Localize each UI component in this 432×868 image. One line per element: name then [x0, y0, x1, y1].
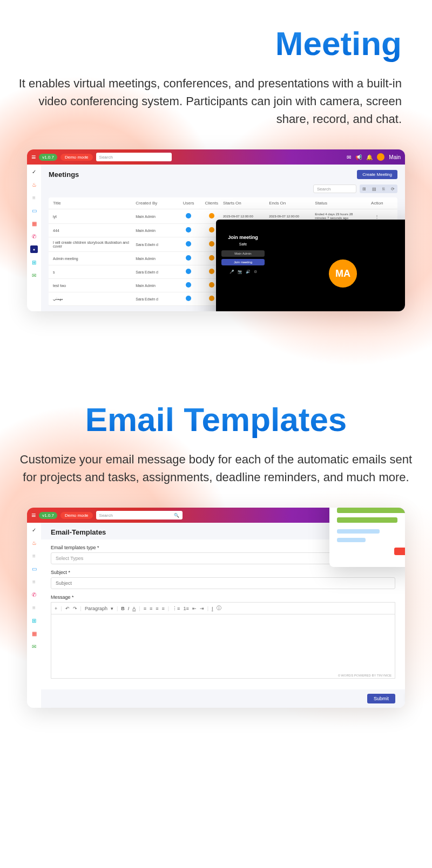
- sidebar: ✓ ♨ ≡ ▭ ▦ ✆ ▪ ⊞ ✉: [27, 165, 41, 311]
- settings-icon[interactable]: ⚙: [254, 270, 257, 274]
- speaker-icon[interactable]: 🔊: [246, 270, 251, 274]
- meeting-desc: It enables virtual meetings, conferences…: [0, 63, 432, 128]
- tb-bold-icon[interactable]: B: [121, 606, 125, 611]
- cell-ends: 2023-09-07 12:00:00: [269, 215, 315, 218]
- tb-undo-icon[interactable]: ↶: [65, 606, 70, 611]
- cell-created: Main Admin: [136, 284, 177, 288]
- version-badge: v1.0.7: [39, 154, 57, 161]
- sidebar-check-icon[interactable]: ✓: [30, 526, 38, 534]
- join-sub: Safe: [221, 242, 265, 246]
- app-header: ≡ v1.0.7 Demo mode Search ✉ 📢 🔔 Main: [27, 149, 405, 165]
- cell-created: Main Admin: [136, 257, 177, 261]
- editor-body[interactable]: 0 WORDS POWERED BY TINYMCE: [51, 614, 395, 679]
- tb-indent-icon[interactable]: ⇥: [200, 606, 204, 611]
- tb-redo-icon[interactable]: ↷: [73, 606, 77, 611]
- tb-help-icon[interactable]: ⓘ: [217, 605, 221, 612]
- preview-line: [337, 508, 405, 513]
- tb-plus-icon[interactable]: +: [55, 606, 57, 611]
- search-input[interactable]: Search: [96, 153, 172, 161]
- name-input[interactable]: Main Admin: [221, 250, 265, 257]
- cell-created: Main Admin: [136, 215, 177, 218]
- cell-title: 444: [53, 229, 136, 233]
- announce-icon[interactable]: 📢: [355, 154, 362, 160]
- sidebar-msg-icon[interactable]: ✉: [30, 643, 38, 650]
- tb-align-center-icon[interactable]: ≡: [150, 606, 152, 611]
- preview-button: [394, 548, 405, 555]
- tb-align-justify-icon[interactable]: ≡: [162, 606, 165, 611]
- sidebar-doc-icon[interactable]: ▭: [30, 565, 38, 572]
- table-search-input[interactable]: Search: [313, 184, 356, 193]
- bell-icon[interactable]: 🔔: [366, 154, 373, 160]
- sidebar-list-icon[interactable]: ≡: [30, 194, 38, 201]
- preview-line: [337, 538, 366, 542]
- submit-button[interactable]: Submit: [367, 694, 395, 703]
- meetings-app-card: ≡ v1.0.7 Demo mode Search ✉ 📢 🔔 Main ✓ ♨…: [27, 149, 405, 311]
- export-buttons[interactable]: ⊞▤⎘⟳: [360, 184, 397, 193]
- mail-icon[interactable]: ✉: [347, 154, 351, 160]
- tb-paragraph[interactable]: Paragraph: [85, 606, 107, 611]
- tb-clear-icon[interactable]: I: [212, 606, 213, 611]
- sidebar-list2-icon[interactable]: ≡: [30, 578, 38, 585]
- join-button[interactable]: Join meeting: [221, 259, 265, 265]
- participant-avatar: MA: [329, 259, 357, 288]
- subject-input[interactable]: [51, 577, 395, 589]
- join-title: Join meeting: [221, 235, 265, 240]
- avatar[interactable]: [377, 153, 384, 161]
- sidebar-phone-icon[interactable]: ✆: [30, 591, 38, 598]
- sidebar-msg-icon[interactable]: ✉: [30, 271, 38, 279]
- sidebar-grid-icon[interactable]: ⊞: [30, 258, 38, 266]
- sidebar-cal-icon[interactable]: ▦: [30, 220, 38, 227]
- th-status[interactable]: Status: [315, 201, 361, 206]
- sidebar-flame-icon[interactable]: ♨: [30, 181, 38, 188]
- menu-icon[interactable]: ≡: [31, 511, 36, 520]
- tb-color-icon[interactable]: A: [132, 606, 136, 611]
- preview-line: [337, 529, 380, 534]
- tb-outdent-icon[interactable]: ⇤: [192, 606, 197, 611]
- th-title[interactable]: Title: [53, 201, 136, 206]
- th-clients[interactable]: Clients: [200, 201, 223, 206]
- search-input[interactable]: Search🔍: [96, 511, 183, 520]
- editor-toolbar[interactable]: + | ↶ ↷ | Paragraph ▾ | B I A: [51, 602, 395, 614]
- sidebar-phone-icon[interactable]: ✆: [30, 233, 38, 240]
- sidebar-flame-icon[interactable]: ♨: [30, 539, 38, 546]
- sidebar-cal-icon[interactable]: ▦: [30, 630, 38, 637]
- tb-italic-icon[interactable]: I: [128, 606, 130, 611]
- tb-numlist-icon[interactable]: 1≡: [183, 606, 188, 611]
- cell-clients: [200, 213, 223, 220]
- sidebar-list-icon[interactable]: ≡: [30, 552, 38, 559]
- email-desc: Customize your email message body for ea…: [0, 439, 432, 486]
- subject-label: Subject *: [51, 570, 395, 575]
- cell-action[interactable]: ⋮: [361, 214, 393, 219]
- chevron-down-icon[interactable]: ▾: [111, 606, 113, 611]
- user-name[interactable]: Main: [389, 154, 401, 160]
- tb-align-left-icon[interactable]: ≡: [144, 606, 146, 611]
- sidebar-grid-icon[interactable]: ⊞: [30, 617, 38, 624]
- sidebar-check-icon[interactable]: ✓: [30, 168, 38, 175]
- th-created[interactable]: Created By: [136, 201, 177, 206]
- video-call-overlay: Join meeting Safe Main Admin Join meetin…: [216, 220, 405, 311]
- tb-align-right-icon[interactable]: ≡: [156, 606, 158, 611]
- cell-users: [177, 241, 200, 248]
- th-ends[interactable]: Ends On: [269, 201, 315, 206]
- sidebar: ✓ ♨ ≡ ▭ ≡ ✆ ≡ ⊞ ▦ ✉: [27, 523, 41, 708]
- page-title: Meetings: [49, 170, 79, 179]
- cam-icon[interactable]: 📷: [238, 270, 242, 274]
- th-action[interactable]: Action: [361, 201, 393, 206]
- demo-badge: Demo mode: [60, 512, 93, 519]
- preview-line: [337, 517, 397, 523]
- cell-created: Sara Edwin d: [136, 297, 177, 301]
- mic-icon[interactable]: 🎤: [230, 270, 234, 274]
- message-label: Message *: [51, 594, 395, 600]
- cell-title: I will create children storybook illustr…: [53, 241, 136, 248]
- create-meeting-button[interactable]: Create Meeting: [357, 170, 397, 179]
- menu-icon[interactable]: ≡: [31, 153, 36, 161]
- cell-title: مهمتي: [53, 297, 136, 301]
- tb-list-icon[interactable]: ⋮≡: [172, 606, 180, 611]
- sidebar-active-icon[interactable]: ▪: [30, 245, 38, 253]
- editor-footer: 0 WORDS POWERED BY TINYMCE: [338, 674, 392, 677]
- th-starts[interactable]: Starts On: [223, 201, 269, 206]
- cell-created: Sara Edwin d: [136, 243, 177, 247]
- sidebar-list3-icon[interactable]: ≡: [30, 604, 38, 611]
- sidebar-doc-icon[interactable]: ▭: [30, 207, 38, 214]
- th-users[interactable]: Users: [177, 201, 200, 206]
